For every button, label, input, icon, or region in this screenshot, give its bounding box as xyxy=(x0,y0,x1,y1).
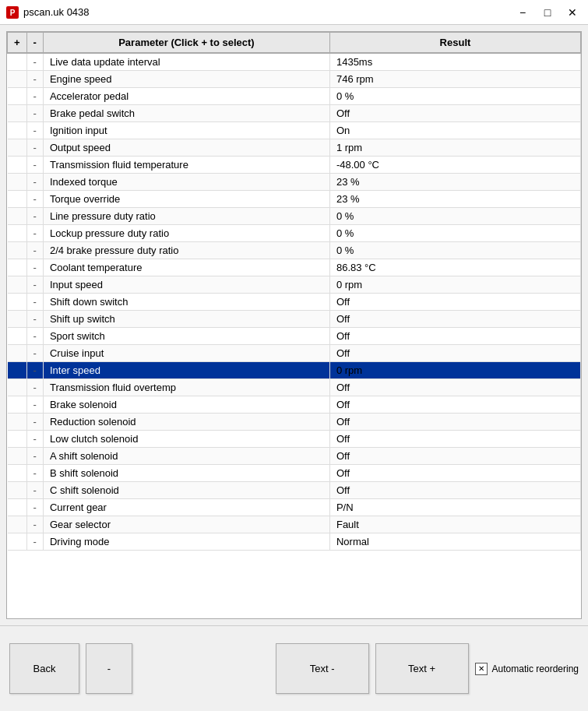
row-deselect-btn[interactable]: - xyxy=(26,276,43,294)
row-select-btn[interactable] xyxy=(8,328,27,345)
text-plus-button[interactable]: Text + xyxy=(375,643,469,694)
row-select-btn[interactable] xyxy=(8,362,27,379)
row-deselect-btn[interactable]: - xyxy=(26,71,43,88)
row-deselect-btn[interactable]: - xyxy=(26,105,43,122)
minimize-button[interactable]: − xyxy=(513,5,532,20)
row-deselect-btn[interactable]: - xyxy=(26,396,43,414)
row-deselect-btn[interactable]: - xyxy=(26,414,43,431)
row-select-btn[interactable] xyxy=(8,482,27,499)
row-select-btn[interactable] xyxy=(8,276,27,294)
row-deselect-btn[interactable]: - xyxy=(26,379,43,396)
row-select-btn[interactable] xyxy=(8,157,27,174)
header-minus[interactable]: - xyxy=(26,33,43,54)
row-deselect-btn[interactable]: - xyxy=(26,533,43,551)
row-select-btn[interactable] xyxy=(8,53,27,71)
table-row: -Indexed torque23 % xyxy=(8,174,581,191)
row-select-btn[interactable] xyxy=(8,431,27,448)
row-deselect-btn[interactable]: - xyxy=(26,465,43,482)
row-deselect-btn[interactable]: - xyxy=(26,242,43,259)
maximize-button[interactable]: □ xyxy=(538,5,557,20)
row-deselect-btn[interactable]: - xyxy=(26,157,43,174)
row-deselect-btn[interactable]: - xyxy=(26,225,43,242)
row-select-btn[interactable] xyxy=(8,174,27,191)
table-row: -Transmission fluid overtempOff xyxy=(8,379,581,396)
row-param-label: Shift down switch xyxy=(43,294,329,311)
row-select-btn[interactable] xyxy=(8,311,27,328)
row-select-btn[interactable] xyxy=(8,88,27,105)
row-param-label: Gear selector xyxy=(43,516,329,533)
row-select-btn[interactable] xyxy=(8,379,27,396)
row-result-value: 0 % xyxy=(329,225,580,242)
row-select-btn[interactable] xyxy=(8,294,27,311)
row-param-label: Cruise input xyxy=(43,345,329,362)
row-select-btn[interactable] xyxy=(8,499,27,516)
row-select-btn[interactable] xyxy=(8,208,27,225)
row-result-value: Off xyxy=(329,396,580,414)
row-deselect-btn[interactable]: - xyxy=(26,362,43,379)
row-select-btn[interactable] xyxy=(8,345,27,362)
row-param-label: Accelerator pedal xyxy=(43,88,329,105)
row-deselect-btn[interactable]: - xyxy=(26,499,43,516)
row-deselect-btn[interactable]: - xyxy=(26,122,43,139)
row-deselect-btn[interactable]: - xyxy=(26,139,43,157)
table-row: -B shift solenoidOff xyxy=(8,465,581,482)
row-result-value: 23 % xyxy=(329,191,580,208)
row-param-label: Low clutch solenoid xyxy=(43,431,329,448)
row-select-btn[interactable] xyxy=(8,465,27,482)
row-param-label: Output speed xyxy=(43,139,329,157)
row-select-btn[interactable] xyxy=(8,533,27,551)
back-button[interactable]: Back xyxy=(9,643,79,694)
row-select-btn[interactable] xyxy=(8,396,27,414)
row-result-value: 23 % xyxy=(329,174,580,191)
row-select-btn[interactable] xyxy=(8,71,27,88)
row-deselect-btn[interactable]: - xyxy=(26,88,43,105)
data-table-container[interactable]: + - Parameter (Click + to select) Result… xyxy=(6,31,582,619)
row-select-btn[interactable] xyxy=(8,242,27,259)
row-select-btn[interactable] xyxy=(8,191,27,208)
row-deselect-btn[interactable]: - xyxy=(26,174,43,191)
main-content: + - Parameter (Click + to select) Result… xyxy=(0,25,588,625)
minus-button[interactable]: - xyxy=(86,643,132,694)
row-select-btn[interactable] xyxy=(8,225,27,242)
row-param-label: Lockup pressure duty ratio xyxy=(43,225,329,242)
row-select-btn[interactable] xyxy=(8,516,27,533)
row-select-btn[interactable] xyxy=(8,448,27,465)
row-select-btn[interactable] xyxy=(8,259,27,276)
row-select-btn[interactable] xyxy=(8,414,27,431)
row-result-value: Off xyxy=(329,105,580,122)
row-deselect-btn[interactable]: - xyxy=(26,311,43,328)
table-row: -Engine speed746 rpm xyxy=(8,71,581,88)
row-result-value: -48.00 °C xyxy=(329,157,580,174)
row-select-btn[interactable] xyxy=(8,122,27,139)
row-select-btn[interactable] xyxy=(8,139,27,157)
row-param-label: Engine speed xyxy=(43,71,329,88)
row-deselect-btn[interactable]: - xyxy=(26,294,43,311)
row-result-value: Off xyxy=(329,311,580,328)
row-param-label: C shift solenoid xyxy=(43,482,329,499)
row-param-label: Transmission fluid overtemp xyxy=(43,379,329,396)
table-row: -Reduction solenoidOff xyxy=(8,414,581,431)
row-deselect-btn[interactable]: - xyxy=(26,208,43,225)
auto-reorder-checkbox[interactable]: ✕ xyxy=(475,663,488,675)
close-button[interactable]: ✕ xyxy=(563,5,582,20)
row-deselect-btn[interactable]: - xyxy=(26,482,43,499)
row-deselect-btn[interactable]: - xyxy=(26,53,43,71)
table-row: -Current gearP/N xyxy=(8,499,581,516)
row-deselect-btn[interactable]: - xyxy=(26,448,43,465)
row-deselect-btn[interactable]: - xyxy=(26,191,43,208)
row-deselect-btn[interactable]: - xyxy=(26,328,43,345)
auto-reorder-container: ✕ Automatic reordering xyxy=(475,663,579,675)
header-result: Result xyxy=(329,33,580,54)
row-deselect-btn[interactable]: - xyxy=(26,345,43,362)
row-deselect-btn[interactable]: - xyxy=(26,259,43,276)
row-deselect-btn[interactable]: - xyxy=(26,516,43,533)
table-row: -Gear selectorFault xyxy=(8,516,581,533)
text-minus-button[interactable]: Text - xyxy=(276,643,369,694)
header-plus[interactable]: + xyxy=(8,33,27,54)
app-icon: P xyxy=(6,6,19,19)
row-deselect-btn[interactable]: - xyxy=(26,431,43,448)
table-row: -Coolant temperature86.83 °C xyxy=(8,259,581,276)
row-param-label: A shift solenoid xyxy=(43,448,329,465)
table-row: -Brake pedal switchOff xyxy=(8,105,581,122)
row-select-btn[interactable] xyxy=(8,105,27,122)
